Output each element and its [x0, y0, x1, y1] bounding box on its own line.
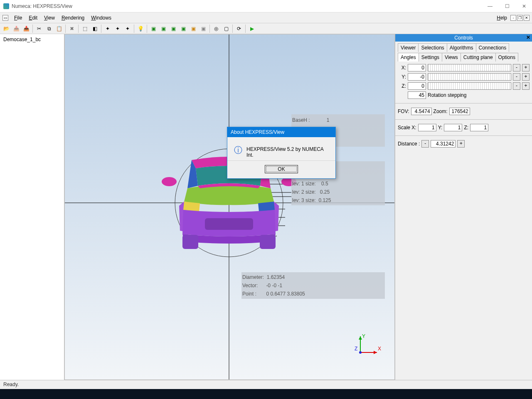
dice-icon[interactable]: ⬚	[80, 24, 89, 33]
svg-rect-15	[260, 235, 276, 249]
x-input[interactable]	[408, 64, 426, 71]
x-minus-button[interactable]: -	[513, 64, 520, 71]
window-title: Numeca: HEXPRESS/View	[12, 3, 485, 9]
fov-input[interactable]	[411, 108, 432, 115]
probe-b-icon[interactable]: ✦	[113, 24, 122, 33]
mdi-sys-icon[interactable]: ▭	[2, 15, 8, 21]
viewport-3d[interactable]: BaseH : 1 lev: 0 size: 1 lev: 1 size: 0.…	[64, 34, 395, 380]
dialog-title: About HEXPRESS/View	[227, 127, 335, 137]
mdi-restore-icon[interactable]: ❐	[517, 15, 523, 21]
distance-minus-button[interactable]: -	[421, 140, 429, 148]
svg-text:Z: Z	[355, 346, 357, 352]
distance-plus-button[interactable]: +	[457, 140, 465, 148]
toolbar: 📂 📥 📥 ✂︎ ⧉ 📋 ✖ ⬚ ◧ ✦ ✦ ✦ 💡 ▣ ▣ ▣ ▣ ▣ ▣ ◎…	[0, 23, 532, 34]
probe-c-icon[interactable]: ✦	[123, 24, 132, 33]
y-minus-button[interactable]: -	[513, 73, 520, 81]
y-plus-button[interactable]: +	[522, 73, 530, 81]
tab-views[interactable]: Views	[442, 53, 461, 62]
refresh-icon[interactable]: ⟳	[234, 24, 244, 33]
svg-point-11	[162, 177, 177, 186]
import-secondary-icon[interactable]: 📥	[22, 24, 31, 33]
x-plus-button[interactable]: +	[522, 64, 530, 71]
close-button[interactable]: ✕	[520, 2, 529, 10]
overlay-geometry-info: Diameter: 1.62354 Vector: -0 -0 -1 Point…	[241, 272, 385, 299]
rotation-step-input[interactable]	[408, 91, 426, 99]
blank-icon[interactable]: ▢	[222, 24, 231, 33]
title-bar: Numeca: HEXPRESS/View — ☐ ✕	[0, 0, 532, 12]
view-e-icon[interactable]: ▣	[189, 24, 198, 33]
svg-marker-20	[359, 336, 362, 340]
app-icon	[3, 3, 9, 9]
menu-rendering[interactable]: Rendering	[58, 14, 88, 22]
scaley-input[interactable]	[444, 124, 462, 131]
copy-icon[interactable]: ⧉	[44, 24, 54, 33]
tab-cutting-plane[interactable]: Cutting plane	[461, 53, 496, 62]
target-icon[interactable]: ◎	[212, 24, 221, 33]
scaley-label: Y:	[438, 125, 443, 131]
taskbar-strip	[0, 389, 532, 399]
tree-item[interactable]: Democase_1_bc	[2, 36, 62, 43]
z-plus-button[interactable]: +	[522, 82, 530, 90]
zoom-label: Zoom:	[433, 108, 448, 114]
y-slider[interactable]	[428, 73, 511, 81]
controls-tabs-row2: Angles Settings Views Cutting plane Opti…	[398, 53, 530, 62]
minimize-button[interactable]: —	[485, 2, 495, 10]
menu-edit[interactable]: Edit	[25, 14, 41, 22]
mdi-close-icon[interactable]: ✕	[524, 15, 530, 21]
info-icon: ⓘ	[234, 145, 242, 156]
view-d-icon[interactable]: ▣	[179, 24, 188, 33]
z-slider[interactable]	[428, 82, 511, 90]
zoom-input[interactable]	[449, 108, 470, 115]
y-label: Y:	[398, 74, 406, 80]
tab-options[interactable]: Options	[495, 53, 518, 62]
maximize-button[interactable]: ☐	[502, 2, 512, 10]
import-primary-icon[interactable]: 📥	[12, 24, 21, 33]
delete-icon[interactable]: ✖	[67, 24, 76, 33]
z-input[interactable]	[408, 82, 426, 90]
tab-angles[interactable]: Angles	[398, 53, 419, 62]
scalez-input[interactable]	[470, 124, 488, 131]
tab-algorithms[interactable]: Algorithms	[447, 43, 476, 52]
controls-close-icon[interactable]: ✕	[526, 34, 530, 40]
svg-rect-13	[205, 218, 253, 230]
view-b-icon[interactable]: ▣	[159, 24, 168, 33]
view-c-icon[interactable]: ▣	[169, 24, 178, 33]
svg-rect-14	[182, 235, 198, 249]
y-input[interactable]	[408, 73, 426, 81]
paste-icon[interactable]: 📋	[54, 24, 64, 33]
distance-input[interactable]	[431, 140, 456, 148]
axis-triad: X Y Z	[353, 334, 382, 359]
tab-settings[interactable]: Settings	[419, 53, 442, 62]
ok-button[interactable]: OK	[265, 165, 298, 173]
baseh-label: BaseH :	[292, 117, 310, 123]
cut-icon[interactable]: ✂︎	[34, 24, 44, 33]
x-slider[interactable]	[428, 64, 511, 71]
cube-icon[interactable]: ◧	[90, 24, 99, 33]
svg-text:Y: Y	[362, 334, 365, 339]
z-minus-button[interactable]: -	[513, 82, 520, 90]
probe-a-icon[interactable]: ✦	[103, 24, 112, 33]
menu-windows[interactable]: Windows	[88, 14, 115, 22]
light-icon[interactable]: 💡	[136, 24, 145, 33]
open-icon[interactable]: 📂	[2, 24, 11, 33]
menu-help[interactable]: Help	[493, 14, 510, 22]
view-f-icon[interactable]: ▣	[199, 24, 208, 33]
controls-tabs: Viewer Selections Algorithms Connections	[398, 43, 530, 53]
tree-pane: Democase_1_bc	[0, 34, 64, 380]
menu-view[interactable]: View	[41, 14, 58, 22]
menu-file[interactable]: File	[11, 14, 25, 22]
mdi-minimize-icon[interactable]: -	[510, 15, 516, 21]
tab-viewer[interactable]: Viewer	[398, 43, 419, 52]
tab-connections[interactable]: Connections	[476, 43, 510, 52]
distance-label: Distance :	[398, 141, 420, 147]
x-label: X:	[398, 65, 406, 71]
view-a-icon[interactable]: ▣	[149, 24, 158, 33]
play-icon[interactable]: ▶	[247, 24, 256, 33]
fov-label: FOV:	[398, 108, 409, 114]
status-bar: Ready.	[0, 380, 532, 389]
tab-selections[interactable]: Selections	[418, 43, 447, 52]
svg-text:X: X	[378, 346, 381, 352]
menu-bar: ▭ File Edit View Rendering Windows Help …	[0, 12, 532, 23]
scalex-input[interactable]	[418, 124, 436, 131]
controls-title: Controls ✕	[395, 34, 532, 42]
